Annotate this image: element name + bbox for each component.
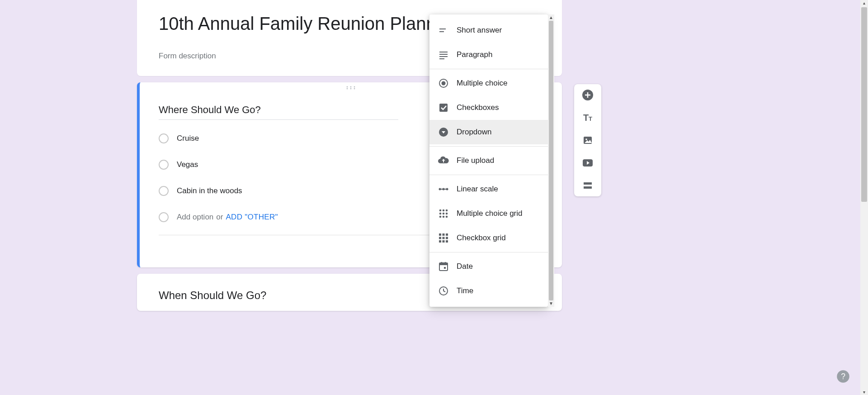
menu-separator: [429, 69, 548, 69]
short-answer-icon: [438, 24, 449, 36]
radio-icon: [159, 160, 169, 170]
svg-point-5: [354, 88, 355, 90]
option-label[interactable]: Cabin in the woods: [177, 186, 242, 195]
svg-rect-39: [443, 240, 445, 243]
svg-rect-57: [584, 182, 592, 185]
svg-point-28: [446, 213, 448, 215]
question-type-menu: ▲▼ Short answerParagraphMultiple choiceC…: [429, 14, 548, 307]
svg-point-0: [347, 86, 348, 88]
svg-rect-33: [443, 233, 445, 236]
svg-rect-42: [439, 263, 448, 265]
svg-point-26: [439, 213, 442, 215]
menu-item-label: Short answer: [457, 26, 502, 35]
svg-text:T: T: [583, 113, 589, 123]
add-section-button[interactable]: [581, 179, 594, 192]
add-other-button[interactable]: ADD "OTHER": [226, 213, 278, 222]
menu-item-label: Linear scale: [457, 185, 498, 194]
qtype-short-answer[interactable]: Short answer: [429, 18, 548, 43]
menu-item-label: Paragraph: [457, 50, 492, 59]
menu-item-label: Checkboxes: [457, 103, 499, 112]
svg-text:?: ?: [841, 372, 845, 381]
qtype-dropdown[interactable]: Dropdown: [429, 120, 548, 144]
option-label[interactable]: Cruise: [177, 134, 199, 143]
paragraph-icon: [438, 49, 449, 61]
menu-item-label: Dropdown: [457, 128, 492, 137]
menu-separator: [429, 146, 548, 147]
menu-item-label: Date: [457, 262, 473, 271]
question-title-input[interactable]: Where Should We Go?: [159, 104, 398, 120]
radio-icon: [159, 212, 169, 222]
qtype-radio[interactable]: Multiple choice: [429, 71, 548, 95]
menu-scrollbar[interactable]: ▲▼: [548, 14, 554, 307]
svg-point-14: [442, 81, 446, 86]
checkbox-icon: [438, 102, 449, 114]
svg-point-21: [443, 188, 445, 190]
menu-item-label: Checkbox grid: [457, 233, 506, 243]
add-video-button[interactable]: [581, 157, 594, 169]
svg-rect-58: [584, 186, 592, 189]
qtype-paragraph[interactable]: Paragraph: [429, 43, 548, 67]
help-button[interactable]: ?: [836, 370, 850, 383]
radio-icon: [438, 77, 449, 89]
svg-point-4: [350, 88, 352, 90]
qtype-cbgrid[interactable]: Checkbox grid: [429, 226, 548, 250]
svg-point-22: [446, 188, 448, 190]
svg-rect-36: [443, 237, 445, 239]
svg-point-3: [347, 88, 348, 90]
radio-icon: [159, 186, 169, 196]
svg-point-2: [354, 86, 355, 88]
menu-item-label: File upload: [457, 156, 494, 165]
qtype-upload[interactable]: File upload: [429, 148, 548, 173]
svg-rect-37: [446, 237, 448, 239]
qtype-mcgrid[interactable]: Multiple choice grid: [429, 201, 548, 226]
upload-icon: [438, 155, 449, 167]
svg-point-25: [446, 209, 448, 212]
option-label[interactable]: Vegas: [177, 160, 198, 169]
svg-rect-15: [439, 104, 448, 112]
svg-point-27: [443, 213, 445, 215]
svg-point-53: [585, 138, 587, 140]
svg-point-31: [446, 216, 448, 218]
add-question-button[interactable]: [581, 89, 594, 101]
svg-text:T: T: [589, 115, 592, 122]
side-toolbar: TT: [574, 84, 601, 196]
add-title-button[interactable]: TT: [581, 111, 594, 124]
date-icon: [438, 261, 449, 272]
svg-point-29: [439, 216, 442, 218]
svg-rect-32: [439, 233, 441, 236]
menu-item-label: Multiple choice grid: [457, 209, 523, 218]
qtype-date[interactable]: Date: [429, 254, 548, 279]
linear-icon: [438, 183, 449, 195]
svg-point-1: [350, 86, 352, 88]
svg-point-30: [443, 216, 445, 218]
add-option-placeholder[interactable]: Add option: [177, 213, 213, 222]
mcgrid-icon: [438, 208, 449, 219]
svg-rect-35: [439, 237, 441, 239]
menu-item-label: Time: [457, 286, 473, 295]
menu-separator: [429, 252, 548, 252]
or-text: or: [216, 213, 223, 222]
add-image-button[interactable]: [581, 134, 594, 147]
cbgrid-icon: [438, 232, 449, 244]
radio-icon: [159, 133, 169, 143]
svg-point-23: [439, 209, 442, 212]
dropdown-icon: [438, 126, 449, 138]
svg-rect-45: [444, 267, 446, 269]
svg-rect-34: [446, 233, 448, 236]
time-icon: [438, 285, 449, 297]
svg-point-20: [439, 188, 441, 190]
menu-separator: [429, 175, 548, 175]
svg-rect-40: [446, 240, 448, 243]
qtype-checkbox[interactable]: Checkboxes: [429, 95, 548, 120]
svg-point-24: [443, 209, 445, 212]
window-scrollbar[interactable]: ▴ ▾: [860, 0, 868, 395]
qtype-linear[interactable]: Linear scale: [429, 177, 548, 201]
svg-rect-38: [439, 240, 441, 243]
qtype-time[interactable]: Time: [429, 279, 548, 303]
menu-item-label: Multiple choice: [457, 79, 507, 88]
